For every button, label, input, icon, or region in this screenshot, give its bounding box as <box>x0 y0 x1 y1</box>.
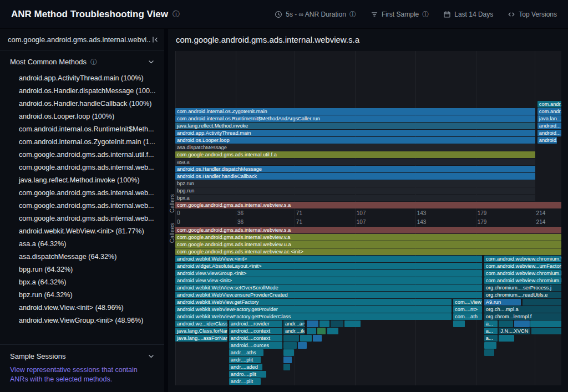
method-list-item[interactable]: com.google.android.gms.ads.internal.web.… <box>0 200 164 212</box>
collapse-panel-button[interactable] <box>151 36 159 43</box>
filter-date-range[interactable]: Last 14 Days <box>443 11 493 18</box>
flame-segment[interactable]: com....ath <box>453 313 482 320</box>
flame-segment[interactable]: a... <box>484 335 498 342</box>
flame-segment[interactable] <box>331 320 343 327</box>
info-icon[interactable]: ⓘ <box>422 11 429 18</box>
flame-segment[interactable]: com.andr... <box>537 101 561 108</box>
flame-segment[interactable]: bpg.run <box>175 187 535 194</box>
flame-segment[interactable]: android.view.ViewGroup.<init> <box>175 270 482 277</box>
flame-segment[interactable]: android....rovider <box>229 320 282 327</box>
filter-sample[interactable]: First Sampleⓘ <box>371 11 429 18</box>
info-icon[interactable]: ⓘ <box>90 59 97 65</box>
flame-segment[interactable]: com.android.webview.chromium.WebVi... <box>484 256 561 262</box>
flame-segment[interactable] <box>307 328 316 334</box>
flame-segment[interactable]: android.app.ActivityThread.main <box>175 130 535 136</box>
flame-segment[interactable] <box>320 320 330 327</box>
method-list-item[interactable]: android.os.Handler.dispatchMessage (100.… <box>0 85 164 98</box>
flame-segment[interactable]: andr....plit <box>229 357 261 363</box>
flame-segment[interactable]: com....View <box>453 299 482 306</box>
flame-segment[interactable]: com....nt> <box>453 306 482 313</box>
method-list-item[interactable]: android.webkit.WebView.<init> (81.77%) <box>0 225 164 238</box>
method-list-item[interactable]: android.view.ViewGroup.<init> (48.96%) <box>0 314 164 327</box>
flame-segment[interactable] <box>484 342 496 349</box>
flame-segment[interactable]: android.we...iderClass <box>175 320 227 327</box>
method-list-item[interactable]: com.android.internal.os.RuntimeInit$Meth… <box>0 123 164 136</box>
method-list-item[interactable]: com.google.android.gms.ads.internal.web.… <box>0 187 164 200</box>
method-list-item[interactable]: com.android.internal.os.ZygoteInit.main … <box>0 136 164 149</box>
info-icon[interactable]: ⓘ <box>173 11 180 18</box>
flame-segment[interactable] <box>300 335 312 342</box>
flame-segment[interactable] <box>530 320 561 327</box>
flame-segment[interactable] <box>283 335 299 342</box>
flame-segment[interactable]: android... <box>537 137 557 144</box>
flame-segment[interactable] <box>531 328 561 334</box>
flame-segment[interactable]: android....ources <box>229 342 282 349</box>
flame-segment[interactable] <box>317 328 326 334</box>
flame-segment[interactable] <box>283 349 294 356</box>
flame-segment[interactable]: android....context <box>229 335 282 342</box>
flame-segment[interactable]: com.google.android.gms.ads.internal.util… <box>175 151 535 158</box>
flame-segment[interactable]: com.android.webview...umFactoryProvi... <box>484 263 561 269</box>
method-list-item[interactable]: android.os.Looper.loop (100%) <box>0 110 164 123</box>
flame-segment[interactable] <box>298 342 306 349</box>
method-list-item[interactable]: android.os.Handler.handleCallback (100%) <box>0 98 164 110</box>
flame-segment[interactable]: android....context <box>229 328 282 334</box>
most-common-methods-header[interactable]: Most Common Methods ⓘ <box>0 50 164 71</box>
flame-segment[interactable] <box>523 299 561 306</box>
flame-segment[interactable]: andr....aths <box>229 349 264 356</box>
flame-segment[interactable]: android.webkit.WebView.ensureProviderCre… <box>175 292 482 298</box>
flame-segment[interactable] <box>283 342 297 349</box>
flame-segment[interactable]: java.lang.Class.forName <box>175 328 227 334</box>
flame-segment[interactable]: java.lang.reflect.Method.invoke <box>175 123 535 129</box>
flame-segment[interactable]: A9.run <box>484 299 521 306</box>
flame-segment[interactable]: android.os.Handler.dispatchMessage <box>175 166 535 172</box>
flame-segment[interactable] <box>344 320 361 327</box>
flame-segment[interactable]: android.os.Handler.handleCallback <box>175 173 535 180</box>
flame-segment[interactable]: android.webkit.WebViewFactory.getProvide… <box>175 313 452 320</box>
flame-segment[interactable]: com.google.android.gms.ads.internal.webv… <box>175 202 561 208</box>
filter-anr-duration[interactable]: 5s - ∞ ANR Durationⓘ <box>275 11 356 18</box>
flame-segment[interactable]: android... <box>537 130 561 136</box>
flame-segment[interactable]: com.google.android.gms.ads.internal.webv… <box>175 241 561 248</box>
sample-sessions-link[interactable]: View representative sessions that contai… <box>0 365 164 392</box>
flame-segment[interactable]: com.google.android.gms.ads.internal.webv… <box>175 234 561 241</box>
method-list-item[interactable]: android.view.View.<init> (48.96%) <box>0 302 164 314</box>
flame-segment[interactable] <box>514 320 530 327</box>
filter-versions[interactable]: Top Versions <box>508 11 557 18</box>
method-list-item[interactable]: bpx.a (64.32%) <box>0 276 164 289</box>
flame-segment[interactable]: org.ch....mpl.a <box>484 306 561 313</box>
flame-segment[interactable]: a... <box>484 328 498 334</box>
flame-segment[interactable]: com.google.android.gms.ads.internal.webv… <box>175 227 561 233</box>
flame-segment[interactable]: android.webkit.WebViewFactory.getProvide… <box>175 306 452 313</box>
flame-segment[interactable]: com.android.internal.os.RuntimeInit$Meth… <box>175 115 535 122</box>
flame-segment[interactable]: android.webkit.WebView.setOverScrollMode <box>175 284 482 291</box>
flame-segment[interactable]: com.android.internal.os.ZygoteInit.main <box>175 108 535 115</box>
method-list-item[interactable]: com.google.android.gms.ads.internal.web.… <box>0 212 164 225</box>
flame-segment[interactable] <box>313 335 322 342</box>
flame-segment[interactable]: andr....plit <box>229 378 261 385</box>
flame-segment[interactable]: android.widget.AbsoluteLayout.<init> <box>175 263 482 269</box>
flame-segment[interactable]: asa.dispatchMessage <box>175 144 535 151</box>
method-list-item[interactable]: asa.a (64.32%) <box>0 238 164 251</box>
flame-segment[interactable]: java.lang....assForName <box>175 335 227 342</box>
flame-segment[interactable]: org.chromium....readUtils.e <box>484 292 561 298</box>
method-list-item[interactable]: android.app.ActivityThread.main (100%) <box>0 72 164 85</box>
flame-segment[interactable]: com.andr... <box>537 108 561 115</box>
flame-segment[interactable]: a... <box>484 320 498 327</box>
flame-segment[interactable]: org.chromium....serProcess.j <box>484 284 561 291</box>
flame-segment[interactable]: andro....plit <box>229 371 266 378</box>
flame-segment[interactable]: bpz.run <box>175 180 535 187</box>
flame-segment[interactable] <box>453 320 465 327</box>
flame-segment[interactable] <box>307 320 318 327</box>
flame-segment[interactable] <box>499 335 514 342</box>
method-list-item[interactable]: java.lang.reflect.Method.invoke (100%) <box>0 174 164 187</box>
sample-sessions-header[interactable]: Sample Sessions <box>0 344 164 365</box>
flame-segment[interactable]: asa.a <box>175 159 535 165</box>
method-list-item[interactable]: bpz.run (64.32%) <box>0 289 164 302</box>
flame-segment[interactable]: java.lan... <box>537 115 561 122</box>
flame-segment[interactable]: android.webkit.WebView.<init> <box>175 256 482 262</box>
flame-segment[interactable]: com.android.webview.chromium.b1.b <box>484 270 561 277</box>
flame-segment[interactable] <box>484 349 494 356</box>
info-icon[interactable]: ⓘ <box>349 11 356 18</box>
flame-segment[interactable]: andr....aded <box>229 364 262 370</box>
